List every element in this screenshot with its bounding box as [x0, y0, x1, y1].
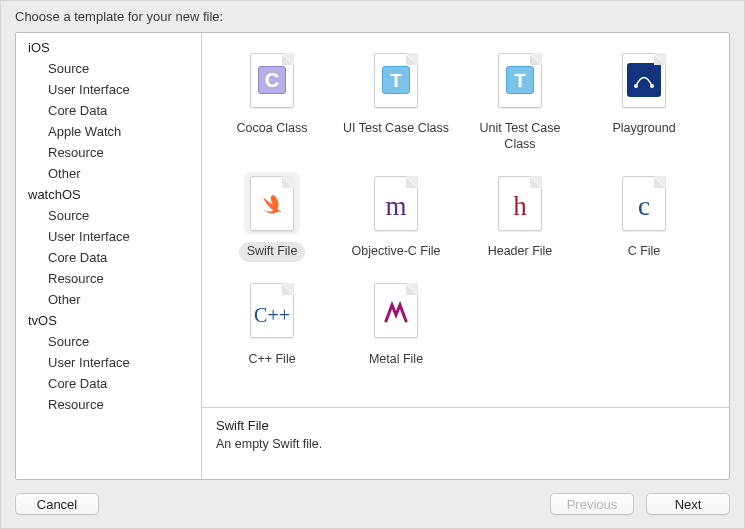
template-tile[interactable]: hHeader File [458, 172, 582, 262]
template-label: Metal File [361, 350, 431, 370]
template-tile[interactable]: Metal File [334, 280, 458, 370]
dialog-prompt: Choose a template for your new file: [1, 1, 744, 32]
sidebar-item[interactable]: Other [16, 289, 201, 310]
template-label: Header File [480, 242, 561, 262]
content-panel: CCocoa ClassTUI Test Case ClassTUnit Tes… [202, 33, 729, 479]
sidebar-item[interactable]: Core Data [16, 247, 201, 268]
template-label: C File [620, 242, 669, 262]
template-icon: T [492, 49, 548, 111]
sidebar-platform[interactable]: tvOS [16, 310, 201, 331]
template-icon: h [492, 172, 548, 234]
template-label: C++ File [240, 350, 303, 370]
template-tile[interactable]: Swift File [210, 172, 334, 262]
template-tile[interactable]: C++C++ File [210, 280, 334, 370]
detail-description: An empty Swift file. [216, 437, 715, 451]
main-panel: iOSSourceUser InterfaceCore DataApple Wa… [15, 32, 730, 480]
c-file-icon: c [622, 176, 666, 231]
template-grid: CCocoa ClassTUI Test Case ClassTUnit Tes… [202, 33, 729, 407]
sidebar-item[interactable]: Core Data [16, 100, 201, 121]
sidebar-item[interactable]: User Interface [16, 352, 201, 373]
sidebar-item[interactable]: User Interface [16, 79, 201, 100]
template-label: Objective-C File [344, 242, 449, 262]
sidebar-item[interactable]: Other [16, 163, 201, 184]
category-sidebar: iOSSourceUser InterfaceCore DataApple Wa… [16, 33, 202, 479]
svg-point-1 [650, 84, 654, 88]
template-icon [616, 49, 672, 111]
sidebar-item[interactable]: Source [16, 58, 201, 79]
sidebar-item[interactable]: Resource [16, 394, 201, 415]
dialog-footer: Cancel Previous Next [1, 480, 744, 528]
template-icon [368, 280, 424, 342]
template-tile[interactable]: TUnit Test Case Class [458, 49, 582, 154]
sidebar-item[interactable]: Apple Watch [16, 121, 201, 142]
template-label: Swift File [239, 242, 306, 262]
sidebar-platform[interactable]: watchOS [16, 184, 201, 205]
t-box-icon: T [498, 53, 542, 108]
cancel-button[interactable]: Cancel [15, 493, 99, 515]
template-tile[interactable]: mObjective-C File [334, 172, 458, 262]
c-box-icon: C [250, 53, 294, 108]
template-label: Unit Test Case Class [458, 119, 582, 154]
next-button[interactable]: Next [646, 493, 730, 515]
sidebar-item[interactable]: Source [16, 205, 201, 226]
sidebar-item[interactable]: User Interface [16, 226, 201, 247]
detail-title: Swift File [216, 418, 715, 433]
template-label: Cocoa Class [229, 119, 316, 139]
sidebar-item[interactable]: Source [16, 331, 201, 352]
template-detail: Swift File An empty Swift file. [202, 407, 729, 479]
cpp-file-icon: C++ [250, 283, 294, 338]
template-icon: C++ [244, 280, 300, 342]
sidebar-item[interactable]: Resource [16, 142, 201, 163]
template-icon [244, 172, 300, 234]
template-icon: m [368, 172, 424, 234]
sidebar-item[interactable]: Core Data [16, 373, 201, 394]
template-label: UI Test Case Class [335, 119, 457, 139]
sidebar-item[interactable]: Resource [16, 268, 201, 289]
m-file-icon: m [374, 176, 418, 231]
previous-button[interactable]: Previous [550, 493, 634, 515]
metal-file-icon [374, 283, 418, 338]
sidebar-platform[interactable]: iOS [16, 37, 201, 58]
template-label: Playground [604, 119, 683, 139]
h-file-icon: h [498, 176, 542, 231]
template-icon: T [368, 49, 424, 111]
t-box-icon: T [374, 53, 418, 108]
template-icon: C [244, 49, 300, 111]
template-tile[interactable]: cC File [582, 172, 706, 262]
playground-icon [622, 53, 666, 108]
template-tile[interactable]: TUI Test Case Class [334, 49, 458, 154]
template-tile[interactable]: CCocoa Class [210, 49, 334, 154]
template-icon: c [616, 172, 672, 234]
template-tile[interactable]: Playground [582, 49, 706, 154]
swift-icon [250, 176, 294, 231]
